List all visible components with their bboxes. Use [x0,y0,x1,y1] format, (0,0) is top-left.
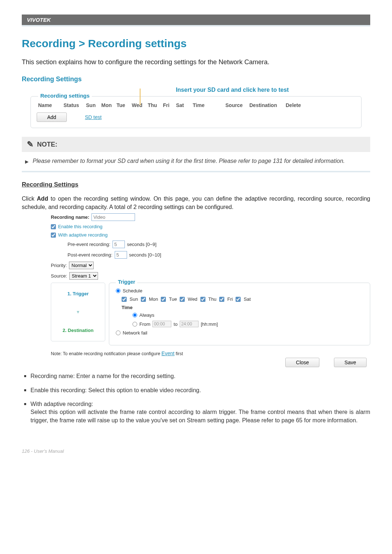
bullet-list: Recording name: Enter a name for the rec… [22,372,370,424]
close-button[interactable]: Close [285,358,319,367]
note-bar: ✎ NOTE: [22,137,370,152]
time-label: Time [122,305,363,310]
para-suffix: to open the recording setting window. On… [22,196,370,210]
to-time-input[interactable] [180,321,199,327]
day-fri: Fri [227,296,233,302]
day-wed-checkbox[interactable] [180,297,185,302]
priority-label: Priority: [51,263,67,268]
footnote-suffix: first [175,351,183,356]
day-mon: Mon [149,296,158,302]
page-footer: 126 - User's Manual [0,438,392,459]
bullet-enable-recording: Enable this recording: Select this optio… [24,386,370,394]
para-bold-add: Add [37,196,48,202]
priority-select[interactable]: Normal [69,262,94,269]
col-name: Name [37,102,62,109]
pre-event-unit: seconds [0~9] [127,242,156,247]
from-time-input[interactable] [152,321,171,327]
col-wed: Wed [130,102,146,109]
panel-legend: Recording settings [38,93,92,99]
enable-recording-label: Enable this recording [58,224,102,229]
day-wed: Wed [188,296,197,302]
brand-header: VIVOTEK [22,15,370,25]
trigger-panel: Trigger Schedule Sun Mon Tue Wed Thu Fri… [109,283,370,345]
recording-name-label: Recording name: [51,214,89,220]
recording-settings-panel: Recording settings Name Status Sun Mon T… [30,96,362,128]
post-event-input[interactable] [115,251,127,259]
day-sun: Sun [130,296,138,302]
from-radio[interactable] [132,322,137,327]
day-sun-checkbox[interactable] [122,297,127,302]
event-footnote: Note: To enable recording notification p… [51,350,370,356]
col-delete: Delete [284,102,305,109]
bullet-adaptive: With adaptive recording: Select this opt… [24,400,370,424]
col-source: Source [224,102,248,109]
source-select[interactable]: Stream 1 [69,272,98,280]
bullet-adaptive-title: With adaptive recording: [30,401,93,407]
always-label: Always [139,312,154,318]
add-button[interactable]: Add [37,112,67,122]
post-event-unit: seconds [0~10] [129,252,162,258]
recording-settings-paragraph: Click Add to open the recording setting … [22,195,370,211]
day-fri-checkbox[interactable] [219,297,224,302]
schedule-radio[interactable] [116,288,121,293]
adaptive-recording-checkbox[interactable] [51,233,56,238]
network-fail-radio[interactable] [116,331,121,335]
source-label: Source: [51,273,67,279]
trigger-legend: Trigger [116,279,137,285]
always-radio[interactable] [132,313,137,317]
day-tue: Tue [169,296,177,302]
col-mon: Mon [100,102,115,109]
col-tue: Tue [115,102,130,109]
para-prefix: Click [22,196,37,202]
pencil-icon: ✎ [27,140,33,149]
footnote-prefix: Note: To enable recording notification p… [51,351,162,356]
step-destination[interactable]: 2. Destination [62,328,93,333]
col-fri: Fri [162,102,175,109]
day-tue-checkbox[interactable] [161,297,166,302]
pre-event-label: Pre-event recording: [68,242,110,247]
bullet-recording-name: Recording name: Enter a name for the rec… [24,372,370,380]
recording-name-input[interactable] [91,213,135,221]
recording-form: Recording name: Enable this recording Wi… [51,213,370,367]
save-button[interactable]: Save [334,358,367,367]
col-thu: Thu [146,102,162,109]
callout-line [140,89,140,105]
post-event-label: Post-event recording: [68,252,113,258]
sd-test-link[interactable]: SD test [85,114,102,120]
bullet-adaptive-body: Select this option will activate the fra… [30,408,370,424]
network-fail-label: Network fail [123,330,147,336]
page-title: Recording > Recording settings [22,37,370,50]
hhmm-label: [hh:mm] [201,321,218,327]
col-time: Time [191,102,224,109]
note-title: NOTE: [37,141,57,148]
intro-text: This section explains how to configure t… [22,58,370,66]
col-sat: Sat [175,102,191,109]
from-label: From [139,321,150,327]
steps-nav: 1. Trigger ▼ 2. Destination [51,283,105,341]
divider [22,171,370,172]
day-sat-checkbox[interactable] [236,297,241,302]
day-thu-checkbox[interactable] [200,297,205,302]
day-thu: Thu [208,296,216,302]
step-trigger[interactable]: 1. Trigger [68,291,89,296]
adaptive-recording-label: With adaptive recording [58,232,108,238]
enable-recording-checkbox[interactable] [51,224,56,229]
schedule-label: Schedule [123,288,142,294]
event-link[interactable]: Event [162,350,175,356]
recording-table-header: Name Status Sun Mon Tue Wed Thu Fri Sat … [37,102,355,109]
pre-event-input[interactable] [113,241,125,248]
recording-settings-heading-2: Recording Settings [22,181,370,188]
arrow-down-icon: ▼ [76,309,80,315]
to-label: to [173,321,177,327]
note-text: Please remember to format your SD card w… [22,157,370,167]
day-sat: Sat [244,296,251,302]
day-mon-checkbox[interactable] [141,297,146,302]
header-underline [22,25,370,26]
col-destination: Destination [248,102,284,109]
recording-settings-subhead: Recording Settings [22,75,370,83]
col-sun: Sun [85,102,100,109]
col-status: Status [62,102,85,109]
